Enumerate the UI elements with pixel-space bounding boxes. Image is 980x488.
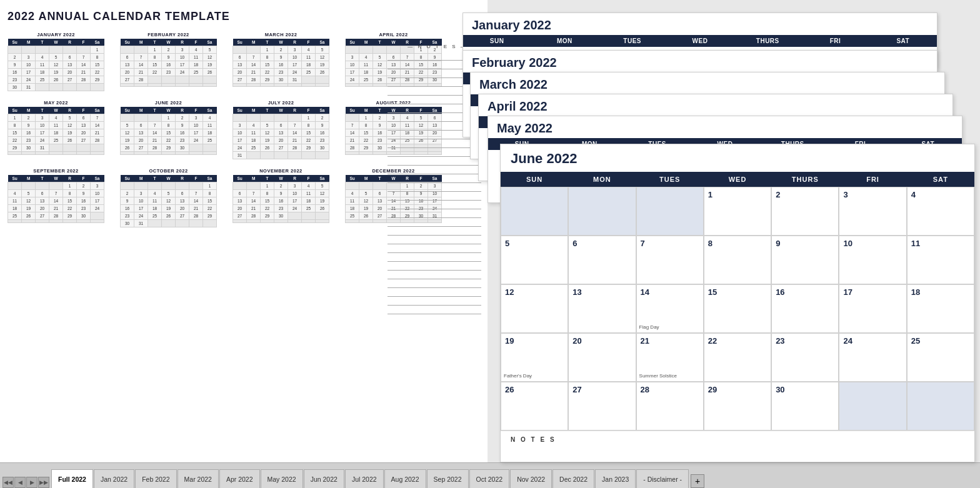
- feb-title: February 2022: [463, 51, 937, 72]
- june-title: June 2022: [511, 151, 964, 167]
- june-cell-28: 28: [636, 382, 704, 431]
- stacked-sheets: January 2022 SUN MON TUES WED THURS FRI …: [462, 0, 980, 462]
- tab-nav-right[interactable]: ▶: [26, 477, 38, 488]
- main-title: 2022 ANNUAL CALENDAR TEMPLATE: [8, 10, 480, 23]
- june-cell-18: 18: [907, 284, 974, 333]
- june-cell-22: 22: [704, 333, 771, 382]
- april-title: April 2022: [479, 94, 952, 116]
- tab---disclaimer--[interactable]: - Disclaimer -: [636, 469, 689, 488]
- june-cell-empty: [636, 187, 704, 236]
- june-cell-empty: [501, 187, 568, 236]
- tab-nav-right-right[interactable]: ▶▶: [38, 477, 49, 488]
- mini-cal-may-2022: MAY 2022SuMTWRFSa12345678910111213141516…: [8, 100, 104, 159]
- june-header: June 2022: [501, 144, 974, 172]
- tab-jan-2023[interactable]: Jan 2023: [595, 469, 636, 488]
- june-cell-7: 7: [636, 236, 704, 284]
- june-cell-24: 24: [839, 333, 906, 382]
- june-cell-15: 15: [704, 284, 771, 333]
- june-cell-8: 8: [704, 236, 771, 284]
- june-cell-empty: [907, 382, 974, 431]
- tab-jun-2022[interactable]: Jun 2022: [304, 469, 344, 488]
- june-cell-empty: [568, 187, 636, 236]
- tab-nav: ◀◀ ◀ ▶ ▶▶: [2, 477, 50, 488]
- june-cell-27: 27: [568, 382, 636, 431]
- mini-cal-january-2022: JANUARY 2022SuMTWRFSa1234567891011121314…: [8, 32, 104, 91]
- tab-feb-2022[interactable]: Feb 2022: [135, 469, 176, 488]
- tabs-container: Full 2022Jan 2022Feb 2022Mar 2022Apr 202…: [51, 469, 689, 488]
- june-cell-empty: [839, 382, 906, 431]
- tab-full-2022[interactable]: Full 2022: [51, 469, 93, 488]
- mini-cal-february-2022: FEBRUARY 2022SuMTWRFSa123456789101112131…: [120, 32, 217, 91]
- june-cell-3: 3: [839, 187, 906, 236]
- june-cell-10: 10: [839, 236, 906, 284]
- june-calendar-grid: 1234567891011121314Flag Day1516171819Fat…: [501, 187, 974, 431]
- june-cell-17: 17: [839, 284, 906, 333]
- june-cell-29: 29: [704, 382, 771, 431]
- tab-aug-2022[interactable]: Aug 2022: [384, 469, 426, 488]
- mini-calendars-grid: JANUARY 2022SuMTWRFSa1234567891011121314…: [8, 32, 445, 227]
- tab-nav-left[interactable]: ◀: [14, 477, 26, 488]
- june-card: June 2022 SUNMONTUESWEDTHURSFRISAT 12345…: [500, 144, 975, 462]
- june-cell-11: 11: [907, 236, 974, 284]
- tab-apr-2022[interactable]: Apr 2022: [219, 469, 260, 488]
- add-tab-button[interactable]: +: [691, 474, 704, 488]
- june-grid-header: SUNMONTUESWEDTHURSFRISAT: [501, 172, 974, 187]
- mini-cal-october-2022: OCTOBER 2022SuMTWRFSa1234567891011121314…: [120, 168, 217, 227]
- tab-jul-2022[interactable]: Jul 2022: [345, 469, 384, 488]
- tab-sep-2022[interactable]: Sep 2022: [427, 469, 469, 488]
- tab-jan-2022[interactable]: Jan 2022: [94, 469, 134, 488]
- mini-cal-september-2022: SEPTEMBER 2022SuMTWRFSa12345678910111213…: [8, 168, 104, 227]
- tab-nov-2022[interactable]: Nov 2022: [510, 469, 552, 488]
- tab-nav-left-left[interactable]: ◀◀: [2, 477, 14, 488]
- jan-title: January 2022: [463, 13, 937, 35]
- june-cell-25: 25: [907, 333, 974, 382]
- june-cell-16: 16: [771, 284, 839, 333]
- mini-cal-june-2022: JUNE 2022SuMTWRFSa1234567891011121314151…: [120, 100, 217, 159]
- spreadsheet-area: 2022 ANNUAL CALENDAR TEMPLATE JANUARY 20…: [0, 0, 488, 462]
- may-title: May 2022: [488, 116, 962, 138]
- mini-cal-march-2022: MARCH 2022SuMTWRFSa123456789101112131415…: [232, 32, 329, 91]
- june-cell-30: 30: [771, 382, 839, 431]
- mini-cal-november-2022: NOVEMBER 2022SuMTWRFSa123456789101112131…: [232, 168, 329, 227]
- june-cell-9: 9: [771, 236, 839, 284]
- tab-may-2022[interactable]: May 2022: [261, 469, 303, 488]
- june-cell-19: 19Father's Day: [501, 333, 568, 382]
- june-cell-26: 26: [501, 382, 568, 431]
- june-notes-bar: N O T E S: [501, 431, 974, 462]
- june-cell-13: 13: [568, 284, 636, 333]
- tab-oct-2022[interactable]: Oct 2022: [469, 469, 510, 488]
- june-cell-5: 5: [501, 236, 568, 284]
- june-cell-14: 14Flag Day: [636, 284, 704, 333]
- june-cell-2: 2: [771, 187, 839, 236]
- june-cell-1: 1: [704, 187, 771, 236]
- march-title: March 2022: [471, 72, 944, 94]
- june-cell-6: 6: [568, 236, 636, 284]
- jan-header: SUN MON TUES WED THURS FRI SAT: [463, 35, 937, 47]
- mini-cal-july-2022: JULY 2022SuMTWRFSa1234567891011121314151…: [232, 100, 329, 159]
- june-cell-23: 23: [771, 333, 839, 382]
- tab-mar-2022[interactable]: Mar 2022: [178, 469, 219, 488]
- june-cell-21: 21Summer Solstice: [636, 333, 704, 382]
- june-cell-20: 20: [568, 333, 636, 382]
- tab-dec-2022[interactable]: Dec 2022: [552, 469, 594, 488]
- june-cell-4: 4: [907, 187, 974, 236]
- tab-bar: ◀◀ ◀ ▶ ▶▶ Full 2022Jan 2022Feb 2022Mar 2…: [0, 462, 980, 488]
- june-cell-12: 12: [501, 284, 568, 333]
